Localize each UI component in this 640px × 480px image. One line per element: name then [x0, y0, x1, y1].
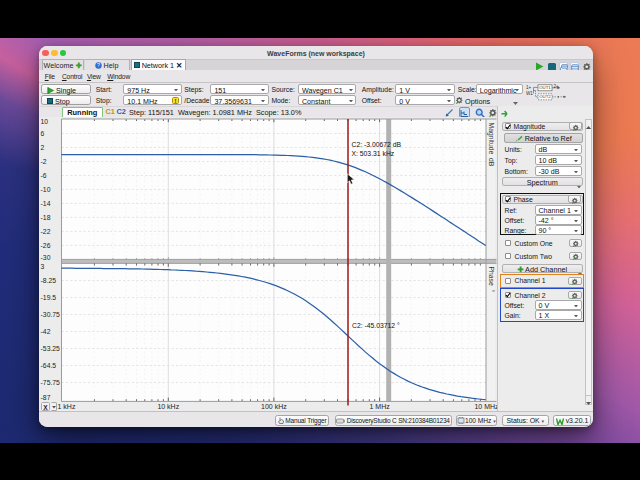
svg-text:-42: -42: [41, 328, 51, 335]
svg-text:-75.75: -75.75: [41, 379, 60, 386]
svg-text:-64.5: -64.5: [41, 362, 57, 369]
svg-text:C2: -45.03712 °: C2: -45.03712 °: [352, 322, 400, 329]
svg-text:2: 2: [41, 144, 45, 151]
svg-text:-53.25: -53.25: [41, 345, 60, 352]
svg-text:OUT2: OUT2: [539, 94, 551, 99]
svg-text:?: ?: [97, 63, 100, 69]
svg-text:1 kHz: 1 kHz: [58, 403, 76, 410]
svg-text:-6: -6: [41, 172, 47, 179]
svg-text:-19.5: -19.5: [41, 294, 57, 301]
svg-text:-87: -87: [41, 394, 51, 401]
svg-text:C2: -3.00672 dB: C2: -3.00672 dB: [352, 141, 402, 148]
svg-text:1+: 1+: [526, 84, 532, 89]
svg-text:-2: -2: [41, 158, 47, 165]
svg-text:100 kHz: 100 kHz: [261, 403, 287, 410]
svg-text:-18: -18: [41, 214, 51, 221]
svg-text:X: 503.31 kHz: X: 503.31 kHz: [352, 150, 395, 157]
svg-text:-14: -14: [41, 200, 51, 207]
svg-text:10 kHz: 10 kHz: [157, 403, 179, 410]
svg-text:Magnitude dB: Magnitude dB: [487, 123, 495, 167]
svg-text:-30.75: -30.75: [41, 311, 60, 318]
svg-text:10: 10: [41, 118, 49, 125]
svg-text:Phase °: Phase °: [488, 267, 495, 293]
svg-text:3: 3: [41, 263, 45, 270]
svg-text:-10: -10: [41, 186, 51, 193]
svg-text:W1: W1: [526, 91, 533, 96]
svg-text:-26: -26: [41, 242, 51, 249]
svg-text:-22: -22: [41, 228, 51, 235]
svg-text:-30: -30: [41, 254, 51, 261]
svg-text:1 MHz: 1 MHz: [369, 403, 390, 410]
svg-text:10 MHz: 10 MHz: [474, 403, 497, 410]
svg-text:6: 6: [41, 130, 45, 137]
svg-text:OUT1: OUT1: [539, 85, 551, 90]
svg-text:-8.25: -8.25: [41, 277, 57, 284]
